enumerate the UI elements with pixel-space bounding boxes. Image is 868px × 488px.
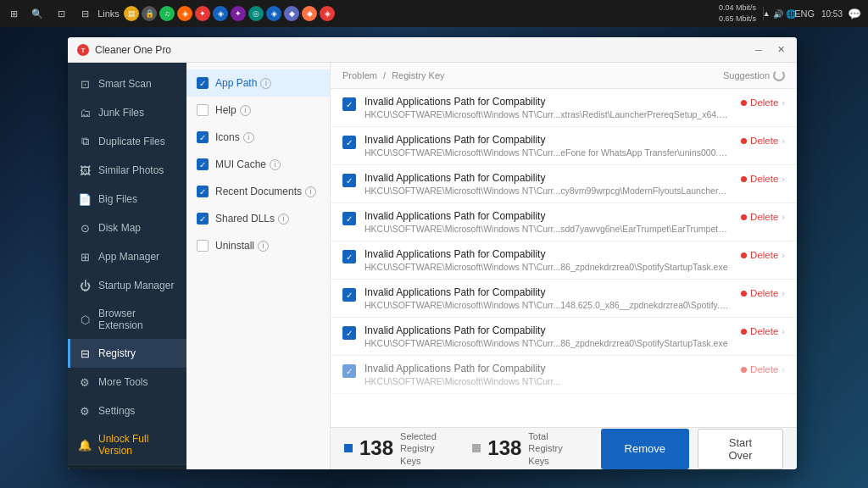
chevron-icon-0[interactable]: › <box>782 97 785 108</box>
refresh-icon[interactable] <box>773 69 785 81</box>
recent-docs-info-icon[interactable]: i <box>305 186 316 197</box>
sidebar-item-big-files[interactable]: 📄 Big Files <box>68 185 186 214</box>
close-button[interactable]: ✕ <box>773 42 788 58</box>
sidebar-label-settings: Settings <box>98 405 135 417</box>
row-checkbox-5[interactable]: ✓ <box>342 288 356 302</box>
row-path-3: HKCU\SOFTWARE\Microsoft\Windows NT\Curr.… <box>364 224 729 234</box>
mui-cache-info-icon[interactable]: i <box>270 159 281 170</box>
chevron-icon-7[interactable]: › <box>782 364 785 374</box>
sub-item-help[interactable]: Help i <box>186 97 330 124</box>
system-tray-icons: ▲ 🔊 🌐 <box>771 5 787 22</box>
start-over-button[interactable]: Start Over <box>698 429 783 469</box>
app-icon-8[interactable]: ◎ <box>248 6 264 21</box>
row-action-0[interactable]: Delete › <box>741 97 785 108</box>
row-action-1[interactable]: Delete › <box>741 136 785 146</box>
sidebar-item-similar-photos[interactable]: 🖼 Similar Photos <box>68 156 186 185</box>
row-checkbox-6[interactable]: ✓ <box>342 326 356 340</box>
chevron-icon-5[interactable]: › <box>782 288 785 298</box>
app-icon-6[interactable]: ◈ <box>213 6 228 21</box>
row-action-7[interactable]: Delete › <box>741 364 785 374</box>
help-checkbox[interactable] <box>197 104 209 116</box>
widgets-icon[interactable]: ⊟ <box>76 5 93 22</box>
sub-item-uninstall[interactable]: Uninstall i <box>186 232 330 259</box>
sidebar-item-duplicate-files[interactable]: ⧉ Duplicate Files <box>68 127 186 156</box>
sub-item-app-path[interactable]: ✓ App Path i <box>186 69 330 97</box>
table-row: ✓ Invalid Applications Path for Compabil… <box>331 318 797 356</box>
app-path-info-icon[interactable]: i <box>260 78 271 89</box>
minimize-button[interactable]: ─ <box>751 42 766 58</box>
help-label: Help i <box>215 104 320 116</box>
app-icon-3[interactable]: ♫ <box>159 6 175 21</box>
chevron-icon-4[interactable]: › <box>782 250 785 260</box>
row-checkbox-1[interactable]: ✓ <box>342 136 356 149</box>
chevron-icon-1[interactable]: › <box>782 136 785 146</box>
recent-docs-checkbox[interactable]: ✓ <box>197 186 209 197</box>
sidebar-item-smart-scan[interactable]: ⊡ Smart Scan <box>68 69 186 98</box>
row-action-4[interactable]: Delete › <box>741 250 785 260</box>
sidebar-item-registry[interactable]: ⊟ Registry <box>68 339 186 368</box>
uninstall-checkbox[interactable] <box>197 240 209 252</box>
trend-footer: TM TRENDMICRO ⊟ <box>68 464 186 469</box>
app-path-checkbox[interactable]: ✓ <box>197 77 209 89</box>
row-checkbox-7[interactable]: ✓ <box>342 364 356 378</box>
row-action-2[interactable]: Delete › <box>741 174 785 184</box>
sub-item-recent-docs[interactable]: ✓ Recent Documents i <box>186 178 330 205</box>
shared-dlls-info-icon[interactable]: i <box>278 214 289 225</box>
icons-info-icon[interactable]: i <box>243 132 254 143</box>
app-icon-5[interactable]: ✦ <box>195 6 210 21</box>
delete-label-7: Delete <box>750 364 778 374</box>
sidebar-item-junk-files[interactable]: 🗂 Junk Files <box>68 98 186 127</box>
app-icon-7[interactable]: ✦ <box>231 6 246 21</box>
start-icon[interactable]: ⊞ <box>5 5 22 22</box>
sub-item-shared-dlls[interactable]: ✓ Shared DLLs i <box>186 205 330 232</box>
sidebar-label-similar-photos: Similar Photos <box>98 164 164 176</box>
sub-item-mui-cache[interactable]: ✓ MUI Cache i <box>186 151 330 178</box>
task-view-icon[interactable]: ⊡ <box>53 5 70 22</box>
app-icon-2[interactable]: 🔒 <box>142 6 157 21</box>
app-icon-10[interactable]: ◆ <box>284 6 299 21</box>
sidebar-label-startup-manager: Startup Manager <box>98 280 174 291</box>
selected-count: 138 <box>359 436 393 460</box>
row-checkbox-4[interactable]: ✓ <box>342 250 356 263</box>
shared-dlls-checkbox[interactable]: ✓ <box>197 213 209 225</box>
sidebar-item-settings[interactable]: ⚙ Settings <box>68 396 186 425</box>
chevron-icon-2[interactable]: › <box>782 174 785 184</box>
window-controls[interactable]: ─ ✕ <box>751 42 788 58</box>
sidebar-item-app-manager[interactable]: ⊞ App Manager <box>68 242 186 271</box>
taskbar-app-icons: ▤ 🔒 ♫ ◈ ✦ ◈ ✦ ◎ ◈ ◆ ◆ ◈ <box>124 6 335 21</box>
chevron-icon-6[interactable]: › <box>782 326 785 336</box>
app-icon-9[interactable]: ◈ <box>266 6 281 21</box>
unlock-full-version-button[interactable]: 🔔 Unlock Full Version <box>68 425 186 464</box>
sidebar-item-startup-manager[interactable]: ⏻ Startup Manager <box>68 271 186 300</box>
row-checkbox-0[interactable]: ✓ <box>342 97 356 111</box>
app-icon-1[interactable]: ▤ <box>124 6 139 21</box>
app-icon-11[interactable]: ◆ <box>302 6 317 21</box>
main-content: Problem / Registry Key Suggestion ✓ <box>331 63 797 469</box>
window-title: Cleaner One Pro <box>95 44 171 56</box>
sidebar-item-browser-extension[interactable]: ⬡ Browser Extension <box>68 300 186 339</box>
icons-checkbox[interactable]: ✓ <box>197 131 209 143</box>
total-indicator <box>472 444 481 452</box>
sidebar-item-more-tools[interactable]: ⚙ More Tools <box>68 368 186 396</box>
app-icon-4[interactable]: ◈ <box>177 6 192 21</box>
row-action-3[interactable]: Delete › <box>741 212 785 222</box>
uninstall-label: Uninstall i <box>215 240 320 252</box>
uninstall-info-icon[interactable]: i <box>258 241 269 252</box>
row-action-6[interactable]: Delete › <box>741 326 785 336</box>
chevron-icon-3[interactable]: › <box>782 212 785 222</box>
sub-item-icons[interactable]: ✓ Icons i <box>186 124 330 151</box>
row-title-6: Invalid Applications Path for Compabilit… <box>364 324 741 336</box>
mui-cache-checkbox[interactable]: ✓ <box>197 158 209 170</box>
row-checkbox-2[interactable]: ✓ <box>342 174 356 187</box>
startup-manager-icon: ⏻ <box>78 279 92 292</box>
help-info-icon[interactable]: i <box>240 105 251 116</box>
remove-button[interactable]: Remove <box>601 429 689 469</box>
row-checkbox-3[interactable]: ✓ <box>342 212 356 225</box>
language-indicator: ENG <box>794 8 815 19</box>
notification-icon[interactable]: 💬 <box>846 5 863 22</box>
row-action-5[interactable]: Delete › <box>741 288 785 298</box>
search-icon[interactable]: 🔍 <box>29 5 46 22</box>
app-icon-12[interactable]: ◈ <box>320 6 335 21</box>
row-path-0: HKCU\SOFTWARE\Microsoft\Windows NT\Curr.… <box>364 109 729 119</box>
sidebar-item-disk-map[interactable]: ⊙ Disk Map <box>68 214 186 242</box>
